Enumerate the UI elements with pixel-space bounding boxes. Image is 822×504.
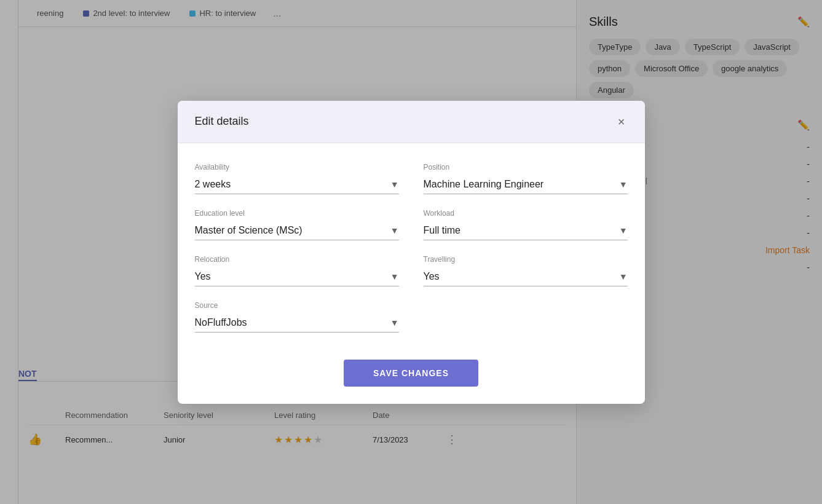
modal-body: Availability 2 weeks ▼ Position Machine …: [178, 143, 645, 347]
position-label: Position: [424, 163, 628, 171]
travelling-value: Yes: [424, 271, 440, 282]
education-label: Education level: [195, 209, 399, 218]
education-value: Master of Science (MSc): [195, 225, 302, 236]
workload-label: Workload: [424, 209, 628, 218]
relocation-value: Yes: [195, 271, 211, 282]
position-field: Position Machine Learning Engineer ▼: [424, 163, 628, 194]
relocation-select[interactable]: Yes ▼: [195, 267, 399, 286]
modal-footer: SAVE CHANGES: [178, 347, 645, 404]
modal-header: Edit details ×: [178, 101, 645, 143]
education-select[interactable]: Master of Science (MSc) ▼: [195, 221, 399, 240]
relocation-field: Relocation Yes ▼: [195, 255, 399, 286]
travelling-field: Travelling Yes ▼: [424, 255, 628, 286]
relocation-label: Relocation: [195, 255, 399, 264]
source-label: Source: [195, 301, 399, 310]
availability-field: Availability 2 weeks ▼: [195, 163, 399, 194]
position-value: Machine Learning Engineer: [424, 179, 544, 190]
workload-value: Full time: [424, 225, 460, 236]
availability-select[interactable]: 2 weeks ▼: [195, 175, 399, 194]
source-select[interactable]: NoFluffJobs ▼: [195, 313, 399, 333]
availability-value: 2 weeks: [195, 179, 231, 190]
source-value: NoFluffJobs: [195, 317, 247, 328]
travelling-arrow-icon: ▼: [619, 272, 628, 282]
modal-overlay: Edit details × Availability 2 weeks ▼ Po…: [0, 0, 822, 504]
workload-select[interactable]: Full time ▼: [424, 221, 628, 240]
relocation-arrow-icon: ▼: [390, 272, 399, 282]
edit-details-modal: Edit details × Availability 2 weeks ▼ Po…: [178, 101, 645, 404]
availability-label: Availability: [195, 163, 399, 171]
position-select[interactable]: Machine Learning Engineer ▼: [424, 175, 628, 194]
modal-close-button[interactable]: ×: [615, 113, 628, 130]
source-arrow-icon: ▼: [390, 318, 399, 328]
save-changes-button[interactable]: SAVE CHANGES: [344, 360, 478, 387]
modal-title: Edit details: [195, 115, 249, 128]
source-field: Source NoFluffJobs ▼: [195, 301, 399, 333]
travelling-select[interactable]: Yes ▼: [424, 267, 628, 286]
form-grid: Availability 2 weeks ▼ Position Machine …: [195, 163, 628, 333]
availability-arrow-icon: ▼: [390, 179, 399, 189]
travelling-label: Travelling: [424, 255, 628, 264]
position-arrow-icon: ▼: [619, 179, 628, 189]
education-field: Education level Master of Science (MSc) …: [195, 209, 399, 240]
workload-arrow-icon: ▼: [619, 226, 628, 235]
education-arrow-icon: ▼: [390, 226, 399, 235]
workload-field: Workload Full time ▼: [424, 209, 628, 240]
